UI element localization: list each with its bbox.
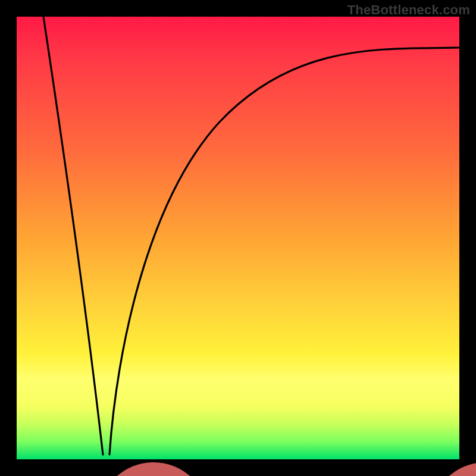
curve-left-branch [43, 17, 103, 455]
watermark-text: TheBottleneck.com [347, 2, 470, 18]
plot-area [17, 17, 459, 459]
curve-right-branch [109, 48, 459, 455]
chart-frame: TheBottleneck.com [0, 0, 476, 476]
curves-layer [17, 17, 459, 459]
